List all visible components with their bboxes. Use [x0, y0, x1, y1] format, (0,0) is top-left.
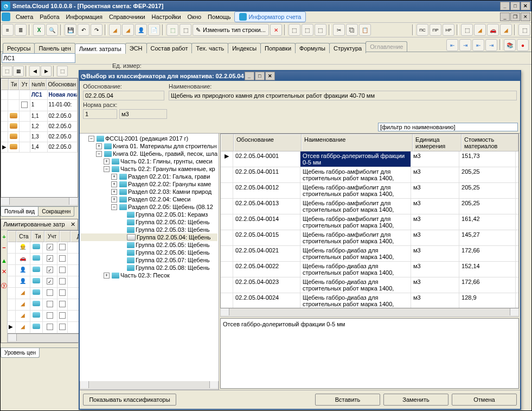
tree-node[interactable]: +Часть 02.3: Песок: [81, 271, 217, 279]
st-5[interactable]: ⬚: [57, 66, 68, 77]
tb-btn-1[interactable]: ≡: [2, 24, 14, 36]
tb-pc[interactable]: ПС: [416, 24, 428, 36]
menu-Информация[interactable]: Информация: [63, 12, 106, 21]
lim-del[interactable]: −: [1, 242, 7, 253]
tree-node[interactable]: +Раздел 02.2.02: Гранулы каме: [81, 180, 217, 188]
table-row[interactable]: 1,3 02.2.05.0: [1, 132, 78, 142]
lim-row[interactable]: 👤: [8, 265, 90, 276]
tree-node[interactable]: −ФССЦ-2001 (редакция 2017 г): [81, 135, 217, 142]
tb-btn-11[interactable]: ⬚: [302, 24, 313, 36]
grid-hscroll[interactable]: [220, 308, 519, 317]
menu-Окно[interactable]: Окно: [184, 12, 205, 21]
tab-0[interactable]: Ресурсы: [3, 43, 35, 53]
tb-save[interactable]: 💾: [65, 24, 76, 36]
grid-row[interactable]: 02.2.05.04-0021 Щебень габбро-диабаз для…: [221, 246, 518, 262]
tree-node[interactable]: +Раздел 02.2.04: Смеси: [81, 195, 217, 203]
tree-node[interactable]: +Книга 01. Материалы для строительн: [81, 142, 217, 150]
lim-row[interactable]: ◢: [8, 299, 90, 311]
tree-node[interactable]: −Раздел 02.2.05: Щебень (08.12: [81, 203, 217, 211]
tb-btn-2[interactable]: ≣: [15, 24, 27, 36]
btn-cancel[interactable]: Отмена: [452, 394, 517, 406]
rb-books[interactable]: 📚: [504, 39, 516, 51]
tree-node[interactable]: Группа 02.2.05.05: Щебень: [81, 241, 217, 249]
st-2[interactable]: ▦: [13, 66, 24, 77]
lim-up[interactable]: ▲: [1, 255, 7, 266]
tb-undo[interactable]: ↶: [78, 24, 89, 36]
grid-row[interactable]: 02.2.05.04-0012 Щебень габбро-амфиболит …: [221, 183, 518, 199]
close-button[interactable]: ✕: [521, 2, 530, 10]
tab-7[interactable]: Поправки: [260, 43, 296, 53]
tb-delete[interactable]: ✕: [270, 24, 282, 36]
tree-node[interactable]: +Раздел 02.2.01: Галька, грави: [81, 173, 217, 180]
tab-4[interactable]: Состав работ: [146, 43, 193, 53]
tb-btn-r4[interactable]: ◢: [500, 24, 512, 36]
lim-dn[interactable]: ✕: [1, 266, 7, 277]
dlg-max[interactable]: □: [255, 72, 265, 80]
table-row[interactable]: ▶ 1,4 02.2.05.0: [1, 142, 78, 153]
tb-btn-12[interactable]: ⬚: [315, 24, 326, 36]
btn-insert[interactable]: Вставить: [315, 394, 380, 406]
lim-close-icon[interactable]: ✕: [70, 221, 75, 228]
tb-btn-9[interactable]: ⬚: [180, 24, 191, 36]
btab-short[interactable]: Сокращенн: [38, 207, 74, 217]
table-row[interactable]: 1,1 02.2.05.0: [1, 111, 78, 122]
lim-row[interactable]: 👷: [8, 242, 90, 254]
menu-Работа[interactable]: Работа: [36, 12, 62, 21]
lim-row[interactable]: 👤: [8, 276, 90, 288]
st-1[interactable]: ⬚: [2, 66, 12, 77]
tree-node[interactable]: Группа 02.2.05.01: Керамз: [81, 211, 217, 218]
minimize-button[interactable]: _: [500, 2, 510, 10]
informer-button[interactable]: Информатор счета: [234, 11, 306, 22]
dlg-min[interactable]: _: [245, 72, 254, 80]
grid-row[interactable]: ▶ 02.2.05.04-0001 Отсев габбро-долеритов…: [221, 151, 518, 167]
tree-node[interactable]: Группа 02.2.05.08: Щебень: [81, 264, 217, 271]
main-grid-hscroll[interactable]: [1, 198, 78, 206]
mdi-minimize[interactable]: _: [500, 12, 510, 21]
classifier-grid[interactable]: ▶ 02.2.05.04-0001 Отсев габбро-долеритов…: [221, 151, 518, 308]
rb-1[interactable]: ⇤: [446, 39, 458, 51]
table-row[interactable]: ЛС1 Новая локальн: [1, 90, 78, 100]
tab-2[interactable]: Лимит. затраты: [75, 43, 126, 54]
menu-Справочники[interactable]: Справочники: [106, 12, 149, 21]
tb-btn-4[interactable]: ◢: [109, 24, 121, 36]
tree-node[interactable]: +Часть 02.1: Глины, грунты, смеси: [81, 157, 217, 165]
table-row[interactable]: 1,2 02.2.05.0: [1, 122, 78, 132]
tb-pp[interactable]: ПР: [430, 24, 441, 36]
level-tab[interactable]: Уровень цен: [1, 348, 40, 358]
tab-1[interactable]: Панель цен: [34, 43, 75, 53]
tree-hscroll[interactable]: [80, 381, 219, 390]
st-4[interactable]: ▶: [41, 66, 52, 77]
tab-5[interactable]: Тех. часть: [191, 43, 228, 53]
lim-row[interactable]: ◢: [8, 288, 90, 299]
tb-btn-10[interactable]: ⬚: [289, 24, 300, 36]
tree-node[interactable]: Группа 02.2.05.06: Щебень: [81, 249, 217, 256]
main-grid[interactable]: ТиУт№п/пОбоснован ЛС1 Новая локальн 1 11…: [1, 78, 78, 198]
tb-btn-7[interactable]: 📄: [148, 24, 160, 36]
rb-2[interactable]: ⇥: [459, 39, 471, 51]
rb-3[interactable]: ⇤: [472, 39, 484, 51]
tb-np[interactable]: НР: [443, 24, 454, 36]
filter-input[interactable]: [378, 123, 518, 131]
tab-8[interactable]: Формулы: [295, 43, 330, 53]
grid-row[interactable]: 02.2.05.04-0013 Щебень габбро-амфиболит …: [221, 199, 518, 214]
tb-btn-r1[interactable]: ⬚: [461, 24, 473, 36]
tab-9[interactable]: Структура: [329, 43, 366, 53]
tree-node[interactable]: Группа 02.2.05.03: Щебень: [81, 226, 217, 233]
rb-4[interactable]: ⇥: [485, 39, 497, 51]
tb-btn-r2[interactable]: ◢: [474, 24, 486, 36]
menu-Настройки[interactable]: Настройки: [149, 12, 184, 21]
tree-node[interactable]: +Раздел 02.2.03: Камни природ: [81, 188, 217, 195]
tb-btn-r5[interactable]: ⬚: [518, 24, 530, 36]
tb-excel[interactable]: X: [33, 24, 45, 36]
lim-row[interactable]: ◢: [8, 311, 90, 322]
lim-row[interactable]: 🚗: [8, 254, 90, 265]
grid-row[interactable]: 02.2.05.04-0014 Щебень габбро-амфиболит …: [221, 214, 518, 230]
tab-6[interactable]: Индексы: [228, 43, 261, 53]
mdi-restore[interactable]: ❐: [510, 12, 520, 21]
tb-btn-8[interactable]: ⬚: [166, 24, 178, 36]
mdi-close[interactable]: ✕: [521, 12, 530, 21]
btab-full[interactable]: Полный вид: [1, 207, 39, 217]
tb-btn-6[interactable]: 👤: [135, 24, 147, 36]
tb-cut[interactable]: ✂: [333, 24, 345, 36]
tree-node[interactable]: Группа 02.2.05.07: Щебень: [81, 256, 217, 264]
